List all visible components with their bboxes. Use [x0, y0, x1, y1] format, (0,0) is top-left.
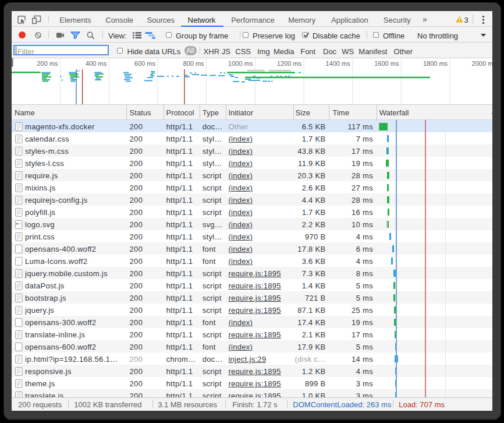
svg-text:400 ms: 400 ms: [86, 60, 107, 67]
svg-text:1200 ms: 1200 ms: [277, 60, 302, 67]
svg-text:1600 ms: 1600 ms: [374, 60, 399, 67]
svg-text:1400 ms: 1400 ms: [325, 60, 350, 67]
svg-text:200 ms: 200 ms: [37, 60, 58, 67]
svg-text:1800 ms: 1800 ms: [423, 60, 448, 67]
svg-text:600 ms: 600 ms: [134, 60, 156, 67]
svg-text:800 ms: 800 ms: [183, 60, 205, 67]
svg-text:2000 ms: 2000 ms: [472, 60, 492, 67]
svg-text:1000 ms: 1000 ms: [228, 60, 253, 67]
